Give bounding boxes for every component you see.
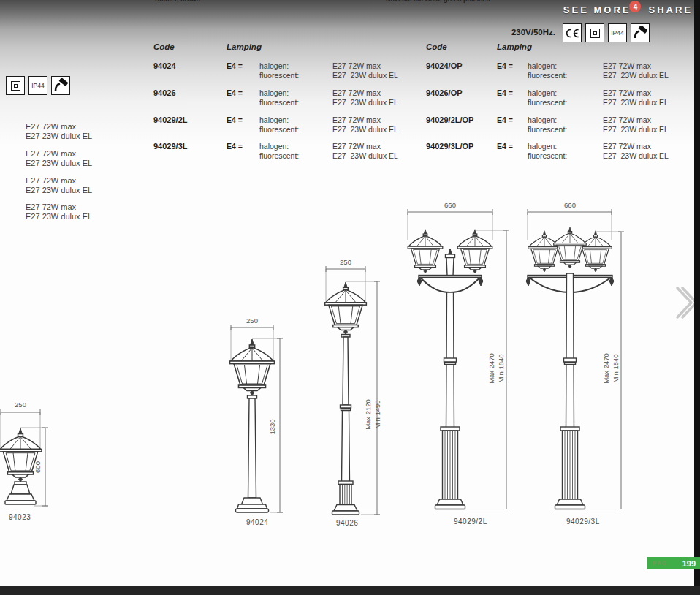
- lamping-value: E27 72W maxE27 23W dulux EL: [26, 176, 92, 195]
- right-edge-bar: [694, 0, 700, 586]
- dim-height-min: Min 1490: [373, 400, 381, 428]
- dim-height-1330: 1330: [268, 419, 276, 434]
- dim-width-660: 660: [564, 201, 576, 209]
- drawing-code-label: 94026: [336, 519, 358, 527]
- product-row: 94029/3L/OP E4 = halogen: fluorescent: E…: [426, 142, 696, 161]
- dim-height-min: Min 1840: [612, 354, 620, 382]
- impact-hammer-icon: [51, 76, 70, 95]
- page-number: 199: [682, 559, 696, 568]
- drawing-code-label: 94029/2L: [454, 518, 487, 526]
- voltage-label: 230V/50Hz.: [503, 28, 555, 37]
- product-row: 94026/OP E4 = halogen: fluorescent: E27 …: [426, 88, 696, 107]
- product-row: 94026 E4 = halogen: fluorescent: E27 72W…: [153, 88, 424, 107]
- code-header: Code: [426, 42, 447, 51]
- page-label: PAG.: [653, 560, 669, 566]
- lamping-value: E27 72W maxE27 23W dulux EL: [26, 202, 92, 221]
- share-button[interactable]: SHARE: [648, 4, 693, 15]
- dim-height-min: Min 1840: [497, 354, 505, 382]
- drawing-94026: 250 Max 2120 Min 1490: [314, 257, 403, 522]
- cert-icons-top: IP44: [563, 23, 650, 42]
- see-more-button[interactable]: SEE MORE: [563, 4, 631, 15]
- drawing-94029-2l: 660 Max 2470 Min 1840: [400, 200, 516, 519]
- product-row: 94029/2L/OP E4 = halogen: fluorescent: E…: [426, 115, 696, 134]
- ip44-icon: IP44: [28, 76, 47, 95]
- drawing-94024: 250 1330: [216, 316, 303, 522]
- class-ii-icon: [6, 76, 25, 95]
- bottom-edge-bar: [0, 586, 700, 595]
- dim-width-250: 250: [340, 258, 351, 266]
- truncated-caption-right: Noveum alb Gold, green polished: [386, 0, 568, 4]
- drawing-code-label: 94023: [9, 513, 31, 521]
- product-row: 94029/2L E4 = halogen: fluorescent: E27 …: [153, 115, 424, 134]
- lamping-header: Lamping: [497, 42, 532, 51]
- dim-width-250: 250: [246, 317, 258, 325]
- product-row: 94024/OP E4 = halogen: fluorescent: E27 …: [426, 61, 696, 80]
- lamping-value: E27 72W maxE27 23W dulux EL: [26, 122, 92, 141]
- dim-height-600: 600: [34, 461, 42, 473]
- ip44-icon: IP44: [608, 23, 627, 42]
- product-row: 94024 E4 = halogen: fluorescent: E27 72W…: [153, 61, 424, 80]
- see-more-count-badge: 4: [629, 1, 641, 12]
- code-header: Code: [153, 42, 175, 51]
- page-number-badge[interactable]: PAG. 199: [647, 557, 700, 569]
- viewer-toolbar: SEE MORE 4 SHARE: [563, 4, 693, 15]
- impact-hammer-icon: [631, 23, 650, 42]
- drawing-code-label: 94029/3L: [566, 518, 600, 526]
- truncated-caption-left: Rainier, brown: [155, 0, 279, 4]
- product-row: 94029/3L E4 = halogen: fluorescent: E27 …: [153, 142, 424, 161]
- dim-width-660: 660: [444, 201, 456, 209]
- drawing-code-label: 94024: [246, 518, 268, 526]
- catalog-viewer: Rainier, brown Noveum alb Gold, green po…: [0, 0, 700, 595]
- drawing-94029-3l: 660 Max 2470 Min 1840: [513, 200, 634, 519]
- lamping-value: E27 72W maxE27 23W dulux EL: [26, 149, 92, 168]
- class-ii-icon: [585, 23, 604, 42]
- dim-height-max: Max 2470: [602, 353, 610, 384]
- dim-height-max: Max 2120: [364, 399, 372, 430]
- lamping-header: Lamping: [227, 42, 262, 51]
- dim-width-250: 250: [15, 401, 26, 409]
- ce-mark-icon: [563, 23, 582, 42]
- dim-height-max: Max 2470: [487, 353, 495, 384]
- drawing-94023: 250 600: [0, 399, 68, 520]
- cert-icons-left: IP44: [6, 76, 70, 95]
